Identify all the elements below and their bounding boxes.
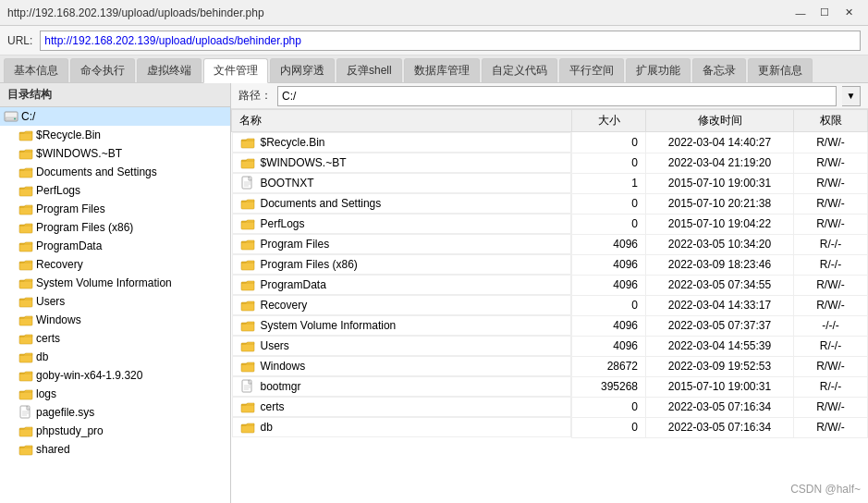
tree-item[interactable]: Recovery	[0, 255, 230, 274]
tree-item[interactable]: shared	[0, 440, 230, 459]
navtab-extensions[interactable]: 扩展功能	[626, 58, 691, 82]
tree-item[interactable]: Windows	[0, 311, 230, 329]
file-size-cell: 4096	[572, 275, 646, 295]
svg-rect-11	[19, 280, 32, 288]
tree-item[interactable]: System Volume Information	[0, 274, 230, 292]
svg-rect-12	[19, 299, 32, 307]
main-content: 目录结构 C:/ $Recycle.Bin $WINDOWS.~BT Docum…	[0, 83, 868, 503]
tree-item[interactable]: $WINDOWS.~BT	[0, 144, 230, 163]
file-perm-cell: -/-/-	[794, 315, 868, 336]
file-size-cell: 0	[572, 153, 646, 173]
file-name-label: bootmgr	[261, 380, 301, 393]
navtab-db-mgmt[interactable]: 数据库管理	[404, 58, 480, 82]
tree-item[interactable]: PerfLogs	[0, 181, 230, 200]
svg-rect-7	[19, 206, 32, 215]
tree-item-label: goby-win-x64-1.9.320	[36, 369, 142, 382]
file-size-cell: 4096	[572, 336, 646, 356]
tree-item-label: Windows	[36, 313, 81, 326]
file-name-label: $Recycle.Bin	[261, 136, 325, 149]
navtab-virtual-terminal[interactable]: 虚拟终端	[137, 58, 202, 82]
close-button[interactable]: ✕	[837, 4, 861, 22]
table-header-权限[interactable]: 权限	[794, 110, 868, 132]
navtab-network-tunnel[interactable]: 内网穿透	[270, 58, 335, 82]
file-size-cell: 1	[572, 173, 646, 193]
tree-item[interactable]: certs	[0, 329, 230, 348]
tree-item[interactable]: goby-win-x64-1.9.320	[0, 366, 230, 385]
table-row[interactable]: $Recycle.Bin02022-03-04 14:40:27R/W/-	[232, 132, 868, 153]
table-row[interactable]: $WINDOWS.~BT02022-03-04 21:19:20R/W/-	[232, 153, 868, 173]
table-row[interactable]: Users40962022-03-04 14:55:39R/-/-	[232, 336, 868, 356]
file-size-cell: 4096	[572, 315, 646, 336]
file-name-cell: PerfLogs	[232, 214, 572, 234]
tree-item[interactable]: $Recycle.Bin	[0, 126, 230, 144]
file-icon	[240, 379, 255, 394]
file-table: 名称大小修改时间权限 $Recycle.Bin02022-03-04 14:40…	[231, 109, 868, 503]
table-row[interactable]: Program Files40962022-03-05 10:34:20R/-/…	[232, 234, 868, 254]
svg-rect-17	[19, 391, 32, 399]
file-perm-cell: R/-/-	[794, 234, 868, 254]
svg-rect-23	[19, 447, 32, 455]
file-name-cell: Windows	[232, 356, 572, 376]
navtab-cmd-exec[interactable]: 命令执行	[70, 58, 135, 82]
table-row[interactable]: BOOTNXT12015-07-10 19:00:31R/W/-	[232, 173, 868, 193]
table-row[interactable]: db02022-03-05 07:16:34R/W/-	[232, 417, 868, 437]
navtab-reverse-shell[interactable]: 反弹shell	[336, 58, 402, 82]
table-row[interactable]: Documents and Settings02015-07-10 20:21:…	[232, 193, 868, 214]
table-row[interactable]: ProgramData40962022-03-05 07:34:55R/W/-	[232, 275, 868, 295]
folder-icon	[240, 237, 255, 252]
path-dropdown[interactable]: ▼	[842, 86, 861, 106]
svg-rect-31	[241, 221, 254, 229]
navtab-basic-info[interactable]: 基本信息	[4, 58, 68, 82]
navtab-update-info[interactable]: 更新信息	[748, 58, 813, 82]
folder-icon	[18, 128, 33, 142]
file-name-cell: $WINDOWS.~BT	[232, 153, 572, 173]
navtab-custom-code[interactable]: 自定义代码	[482, 58, 557, 82]
tree-item[interactable]: ProgramData	[0, 237, 230, 255]
url-input[interactable]	[40, 31, 861, 51]
tree-item[interactable]: phpstudy_pro	[0, 422, 230, 440]
file-perm-cell: R/W/-	[794, 397, 868, 417]
svg-rect-16	[19, 373, 32, 381]
file-list-table: 名称大小修改时间权限 $Recycle.Bin02022-03-04 14:40…	[231, 109, 868, 438]
tree-item[interactable]: db	[0, 348, 230, 366]
file-name-cell: Recovery	[232, 295, 572, 315]
file-perm-cell: R/W/-	[794, 193, 868, 214]
urlbar: URL:	[0, 26, 868, 55]
file-name-cell: certs	[232, 397, 572, 417]
file-size-cell: 0	[572, 132, 646, 153]
tree-item[interactable]: Program Files (x86)	[0, 218, 230, 237]
maximize-button[interactable]: ☐	[813, 4, 837, 22]
tree-item[interactable]: Program Files	[0, 200, 230, 218]
tree-item-label: db	[36, 350, 48, 363]
navtab-file-mgmt[interactable]: 文件管理	[203, 58, 268, 83]
file-name-label: Windows	[261, 360, 306, 373]
file-perm-cell: R/W/-	[794, 275, 868, 295]
table-row[interactable]: System Volume Information40962022-03-05 …	[232, 315, 868, 336]
table-header-修改时间[interactable]: 修改时间	[646, 110, 794, 132]
table-row[interactable]: Program Files (x86)40962022-03-09 18:23:…	[232, 254, 868, 275]
path-input[interactable]	[277, 86, 837, 106]
tree-item[interactable]: logs	[0, 385, 230, 403]
table-row[interactable]: Recovery02022-03-04 14:33:17R/W/-	[232, 295, 868, 315]
navtab-parallel-space[interactable]: 平行空间	[559, 58, 624, 82]
tree-item[interactable]: Users	[0, 292, 230, 311]
svg-rect-37	[241, 343, 254, 351]
tree-item[interactable]: pagefile.sys	[0, 403, 230, 422]
table-header-名称[interactable]: 名称	[232, 110, 572, 132]
tree-item[interactable]: C:/	[0, 107, 230, 126]
file-name-label: Users	[261, 339, 289, 352]
file-time-cell: 2015-07-10 19:00:31	[646, 173, 794, 193]
navtab-notes[interactable]: 备忘录	[692, 58, 746, 82]
file-name-cell: ProgramData	[232, 275, 572, 295]
table-row[interactable]: PerfLogs02015-07-10 19:04:22R/W/-	[232, 214, 868, 234]
svg-rect-34	[241, 282, 254, 290]
table-row[interactable]: bootmgr3952682015-07-10 19:00:31R/-/-	[232, 376, 868, 397]
table-row[interactable]: certs02022-03-05 07:16:34R/W/-	[232, 397, 868, 417]
svg-rect-3	[19, 132, 32, 141]
file-perm-cell: R/W/-	[794, 214, 868, 234]
table-header-大小[interactable]: 大小	[572, 110, 646, 132]
minimize-button[interactable]: —	[789, 4, 813, 22]
svg-rect-38	[241, 363, 254, 372]
tree-item[interactable]: Documents and Settings	[0, 163, 230, 181]
table-row[interactable]: Windows286722022-03-09 19:52:53R/W/-	[232, 356, 868, 376]
